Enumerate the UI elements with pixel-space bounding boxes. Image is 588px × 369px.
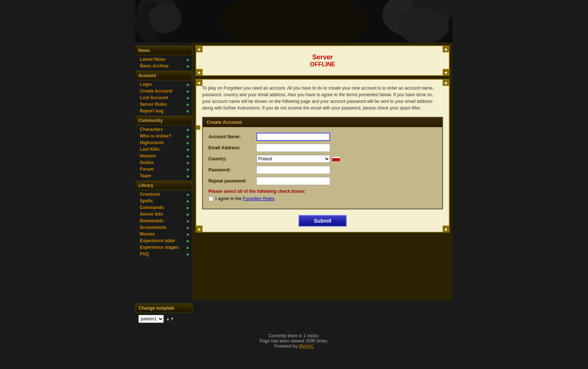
sidebar-label-forum: Forum <box>140 167 153 172</box>
content-panel: ◆ ◆ ◆ ◆ To play on Forgotten you need an… <box>196 79 450 233</box>
sidebar-item-lost-account[interactable]: Lost Account◆ <box>135 94 192 101</box>
intro-text: To play on Forgotten you need an account… <box>202 85 443 111</box>
sidebar-icon-team: ◆ <box>186 174 189 178</box>
sidebar-icon-highscores: ◆ <box>186 141 189 145</box>
sidebar-header-library: Library <box>135 181 192 190</box>
sidebar-icon-commands: ◆ <box>186 206 189 210</box>
sidebar-item-server-rules[interactable]: Server Rules◆ <box>135 101 192 108</box>
sidebar-label-guilds: Guilds <box>140 160 153 165</box>
sidebar-icon-downloads: ◆ <box>186 219 189 223</box>
sidebar-icon-characters: ◆ <box>186 128 189 132</box>
sidebar-header-community: Community <box>135 116 192 125</box>
ornament-tl: ◆ <box>196 46 203 52</box>
svg-point-8 <box>220 0 368 42</box>
sidebar-item-who-is-online[interactable]: Who is online?◆ <box>135 133 192 139</box>
sidebar-label-highscores: Highscores <box>140 140 164 145</box>
sidebar-icon-create-account: ◆ <box>186 89 189 93</box>
password-label: Password: <box>208 167 256 173</box>
checkbox-section: Please select all of the following check… <box>208 189 437 201</box>
sidebar-label-houses: Houses <box>140 153 156 159</box>
sidebar-item-spells[interactable]: Spells◆ <box>135 198 192 204</box>
sidebar-header-account: Account <box>135 71 192 80</box>
account-name-row: Account Name: <box>208 133 437 141</box>
sidebar-item-downloads[interactable]: Downloads◆ <box>135 217 192 224</box>
sidebar-item-report-bug[interactable]: Report bug◆ <box>135 108 192 114</box>
sidebar-icon-forum: ◆ <box>186 167 189 171</box>
sidebar-item-commands[interactable]: Commands◆ <box>135 204 192 211</box>
agree-text: I agree to the Forgotten Rules. <box>215 196 276 201</box>
repeat-password-label: Repeat password: <box>208 178 256 184</box>
sidebar-item-guilds[interactable]: Guilds◆ <box>135 159 192 166</box>
sidebar-label-create-account: Create Account <box>140 88 172 94</box>
password-row: Password: <box>208 166 437 174</box>
checkbox-section-label: Please select all of the following check… <box>208 189 437 194</box>
country-label: Country: <box>208 156 256 161</box>
sidebar-item-highscores[interactable]: Highscores◆ <box>135 139 192 146</box>
sidebar-item-login[interactable]: Login◆ <box>135 81 192 88</box>
country-row: Country: AfghanistanAlbaniaAlgeriaAndorr… <box>208 155 437 163</box>
account-name-input[interactable] <box>256 133 330 141</box>
form-title: Create Account <box>203 118 442 127</box>
template-select[interactable]: paxton1 default <box>138 315 164 323</box>
ornament2-tr: ◆ <box>443 79 449 86</box>
password-input[interactable] <box>256 166 330 174</box>
sidebar-label-faq: FAQ <box>140 251 149 257</box>
sidebar-label-last-kills: Last Kills <box>140 147 159 152</box>
country-flag <box>332 156 340 161</box>
submit-row: Submit <box>202 215 443 227</box>
submit-button[interactable]: Submit <box>298 215 347 227</box>
top-banner <box>135 0 453 42</box>
sidebar-icon-who-is-online: ◆ <box>186 134 189 138</box>
email-row: Email Address: <box>208 144 437 152</box>
sidebar-icon-houses: ◆ <box>186 154 189 158</box>
sidebar-item-latest-news[interactable]: Latest News◆ <box>135 56 192 63</box>
sidebar-item-team[interactable]: Team◆ <box>135 173 192 179</box>
visitor-count: Currently there is 1 visitor. <box>260 333 329 338</box>
sidebar-label-report-bug: Report bug <box>140 108 163 114</box>
sidebar-item-news-archive[interactable]: Ñews Archive◆ <box>135 63 192 69</box>
sidebar-label-experience-table: Experience table <box>140 238 175 243</box>
sidebar-item-experience-stages[interactable]: Experience stages◆ <box>135 244 192 251</box>
sidebar-label-screenshots: Screenshots <box>140 225 166 230</box>
myaac-link[interactable]: MyAAC <box>299 344 314 349</box>
agree-checkbox[interactable] <box>208 196 213 201</box>
sidebar-item-last-kills[interactable]: Last Kills◆ <box>135 146 192 153</box>
sidebar-item-houses[interactable]: Houses◆ <box>135 153 192 159</box>
country-select[interactable]: AfghanistanAlbaniaAlgeriaAndorraAngolaAr… <box>256 155 330 163</box>
sidebar-label-news-archive: Ñews Archive <box>140 63 169 69</box>
footer: Currently there is 1 visitor. Page has b… <box>252 326 336 356</box>
ornament2-tl: ◆ <box>196 79 203 86</box>
sidebar-label-commands: Commands <box>140 205 164 210</box>
template-select-row: paxton1 default ▲▼ <box>135 313 193 326</box>
sidebar-icon-creatures: ◆ <box>186 192 189 196</box>
ornament2-bl: ◆ <box>196 226 203 232</box>
sidebar-icon-experience-table: ◆ <box>186 239 189 243</box>
powered-by: Powered by MyAAC <box>260 344 329 349</box>
sidebar-label-spells: Spells <box>140 198 153 203</box>
sidebar-icon-report-bug: ◆ <box>186 109 189 113</box>
sidebar-icon-lost-account: ◆ <box>186 96 189 100</box>
sidebar-item-server-info[interactable]: Server Info◆ <box>135 211 192 217</box>
sidebar-item-experience-table[interactable]: Experience table◆ <box>135 237 192 244</box>
sidebar-item-create-account[interactable]: Create Account◆ <box>135 88 192 94</box>
server-title: Server <box>204 53 442 61</box>
email-input[interactable] <box>256 144 330 152</box>
sidebar-item-faq[interactable]: FAQ◆ <box>135 251 192 257</box>
sidebar-icon-screenshots: ◆ <box>186 226 189 230</box>
sidebar-item-movies[interactable]: Movies◆ <box>135 231 192 237</box>
sidebar-label-characters: Characters <box>140 127 163 132</box>
sidebar-icon-movies: ◆ <box>186 232 189 236</box>
server-subtitle: OFFLINE <box>204 61 442 68</box>
forgotten-rules-link[interactable]: Forgotten Rules <box>243 196 274 201</box>
sidebar-label-downloads: Downloads <box>140 218 163 223</box>
sidebar-item-screenshots[interactable]: Screenshots◆ <box>135 224 192 231</box>
repeat-password-input[interactable] <box>256 177 330 185</box>
sidebar-item-forum[interactable]: Forum◆ <box>135 166 192 173</box>
page-views: Page has been viewed 3095 times. <box>260 338 329 344</box>
sidebar-item-characters[interactable]: Characters◆ <box>135 126 192 133</box>
account-name-label: Account Name: <box>208 134 256 139</box>
ornament-tr: ◆ <box>443 46 449 52</box>
create-account-form-box: Create Account Account Name: Email Addre… <box>202 117 443 209</box>
sidebar-label-team: Team <box>140 173 151 178</box>
sidebar-item-creatures[interactable]: Creatures◆ <box>135 191 192 198</box>
